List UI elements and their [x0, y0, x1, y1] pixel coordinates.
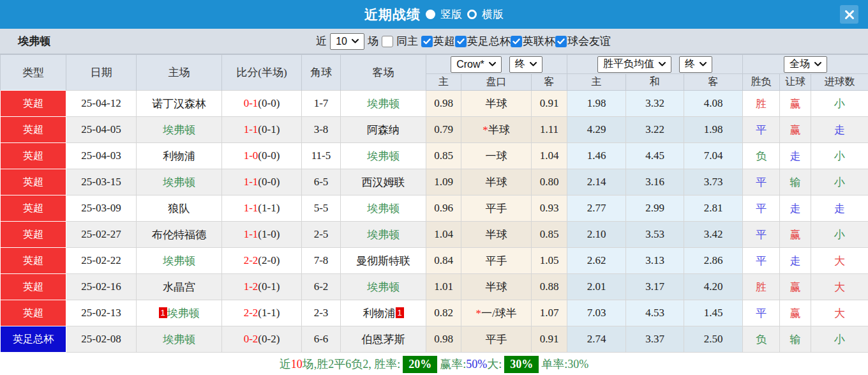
- match-date: 25-02-08: [66, 326, 137, 353]
- handicap-line: *半球: [461, 117, 532, 143]
- close-button[interactable]: [840, 5, 858, 24]
- col-header-europe-draw: 和: [626, 74, 684, 91]
- check-icon: [513, 38, 520, 45]
- europe-home-odds: 2.10: [567, 222, 626, 248]
- match-date: 25-04-05: [66, 117, 137, 143]
- handicap-result-cell: 输: [780, 326, 811, 353]
- corner-cell: 2-5: [302, 222, 341, 248]
- recent-count-select[interactable]: 10: [330, 33, 364, 50]
- handicap-away-odds: 0.91: [532, 326, 567, 353]
- league-checkbox[interactable]: [421, 36, 433, 47]
- corner-cell: 6-6: [302, 326, 341, 353]
- away-team: 西汉姆联: [341, 169, 426, 195]
- europe-home-odds: 2.77: [567, 195, 626, 222]
- goals-result-cell: 小: [811, 222, 868, 248]
- horizontal-layout-label[interactable]: 横版: [482, 7, 504, 22]
- result-cell: 胜: [743, 274, 780, 300]
- score-cell: 0-1(0-0): [222, 91, 302, 117]
- handicap-group-header: Crow* 终: [426, 55, 567, 74]
- scope-group-header: 全场: [743, 55, 868, 74]
- vertical-layout-radio[interactable]: [426, 10, 435, 19]
- away-team: 利物浦1: [341, 300, 426, 326]
- handicap-result-cell: 赢: [780, 300, 811, 326]
- handicap-result-cell: 走: [780, 195, 811, 222]
- score-cell: 2-2(2-0): [222, 248, 302, 274]
- europe-draw-odds: 4.53: [626, 300, 684, 326]
- same-home-checkbox[interactable]: [382, 36, 393, 47]
- goals-result-cell: 走: [811, 117, 868, 143]
- europe-draw-odds: 3.16: [626, 169, 684, 195]
- handicap-line: 半球: [461, 274, 532, 300]
- europe-away-odds: 1.98: [684, 117, 743, 143]
- match-date: 25-04-12: [66, 91, 137, 117]
- europe-draw-odds: 3.13: [626, 248, 684, 274]
- match-row: 英超25-04-12诺丁汉森林0-1(0-0)1-7埃弗顿0.98半球0.911…: [1, 91, 868, 117]
- vertical-layout-label[interactable]: 竖版: [440, 7, 462, 22]
- handicap-home-odds: 0.96: [426, 195, 461, 222]
- league-label: 英足总杯: [467, 34, 511, 49]
- league-checkbox[interactable]: [455, 36, 467, 47]
- summary-text: 赢率:: [440, 356, 466, 372]
- corner-cell: 3-8: [302, 117, 341, 143]
- chevron-down-icon: [659, 62, 666, 66]
- goals-result-cell: 小: [811, 91, 868, 117]
- recent-label: 近: [316, 34, 327, 49]
- score-cell: 0-2(0-2): [222, 326, 302, 353]
- europe-draw-odds: 3.53: [626, 222, 684, 248]
- handicap-line: *一/球半: [461, 300, 532, 326]
- handicap-result-cell: 赢: [780, 274, 811, 300]
- match-row: 英超25-03-09狼队1-1(1-1)5-5埃弗顿0.96平手0.932.77…: [1, 195, 868, 222]
- league-type-badge: 英超: [1, 169, 66, 195]
- league-checkbox[interactable]: [555, 36, 567, 47]
- chevron-down-icon: [700, 62, 707, 66]
- bookmaker-time-select[interactable]: 终: [509, 56, 542, 73]
- bookmaker-select[interactable]: Crow*: [451, 56, 502, 73]
- scope-select[interactable]: 全场: [784, 56, 827, 73]
- check-icon: [423, 38, 431, 45]
- results-tbody: 英超25-04-12诺丁汉森林0-1(0-0)1-7埃弗顿0.98半球0.911…: [1, 91, 868, 353]
- handicap-home-odds: 1.01: [426, 274, 461, 300]
- col-header-goals: 进球数: [811, 74, 868, 91]
- away-team: 埃弗顿: [341, 222, 426, 248]
- handicap-home-odds: 0.98: [426, 326, 461, 353]
- handicap-home-odds: 0.82: [426, 300, 461, 326]
- europe-away-odds: 1.45: [684, 300, 743, 326]
- match-row: 英超25-03-15埃弗顿1-1(0-0)6-5西汉姆联1.09半球0.802.…: [1, 169, 868, 195]
- europe-odds-select[interactable]: 胜平负均值: [597, 56, 671, 73]
- horizontal-layout-radio[interactable]: [467, 10, 477, 19]
- handicap-home-odds: 0.85: [426, 143, 461, 169]
- result-cell: 平: [743, 222, 780, 248]
- home-team: 狼队: [137, 195, 222, 222]
- league-type-badge: 英超: [1, 91, 66, 117]
- handicap-line: 半球: [461, 222, 532, 248]
- away-team: 曼彻斯特联: [341, 248, 426, 274]
- home-team: 1埃弗顿: [137, 300, 222, 326]
- home-team: 埃弗顿: [137, 169, 222, 195]
- league-checkbox[interactable]: [511, 36, 522, 47]
- handicap-away-odds: 0.91: [532, 91, 567, 117]
- match-row: 英超25-04-05埃弗顿1-1(0-1)3-8阿森纳0.79*半球1.114.…: [1, 117, 868, 143]
- europe-time-select[interactable]: 终: [679, 56, 712, 73]
- handicap-line: 半球: [461, 169, 532, 195]
- result-cell: 平: [743, 248, 780, 274]
- match-row: 英足总杯25-02-08埃弗顿0-2(0-2)6-6伯恩茅斯0.98平手0.91…: [1, 326, 868, 353]
- match-row: 英超25-02-27布伦特福德1-1(1-0)2-5埃弗顿1.04半球0.852…: [1, 222, 868, 248]
- europe-draw-odds: 2.99: [626, 195, 684, 222]
- score-cell: 1-1(1-1): [222, 195, 302, 222]
- league-type-badge: 英超: [1, 143, 66, 169]
- chevron-down-icon: [352, 39, 359, 43]
- handicap-line: 半球: [461, 91, 532, 117]
- col-header-result: 胜负: [743, 74, 780, 91]
- handicap-away-odds: 1.05: [532, 248, 567, 274]
- col-header-handicap-result: 让球: [780, 74, 811, 91]
- handicap-line: 平手: [461, 195, 532, 222]
- handicap-line: 平手: [461, 326, 532, 353]
- goals-result-cell: 小: [811, 143, 868, 169]
- home-team: 诺丁汉森林: [137, 91, 222, 117]
- summary-text: 场,胜2平6负2, 胜率:: [303, 356, 401, 372]
- away-team: 伯恩茅斯: [341, 326, 426, 353]
- result-cell: 负: [743, 326, 780, 353]
- europe-away-odds: 4.08: [684, 91, 743, 117]
- handicap-result-cell: 赢: [780, 91, 811, 117]
- europe-away-odds: 2.86: [684, 248, 743, 274]
